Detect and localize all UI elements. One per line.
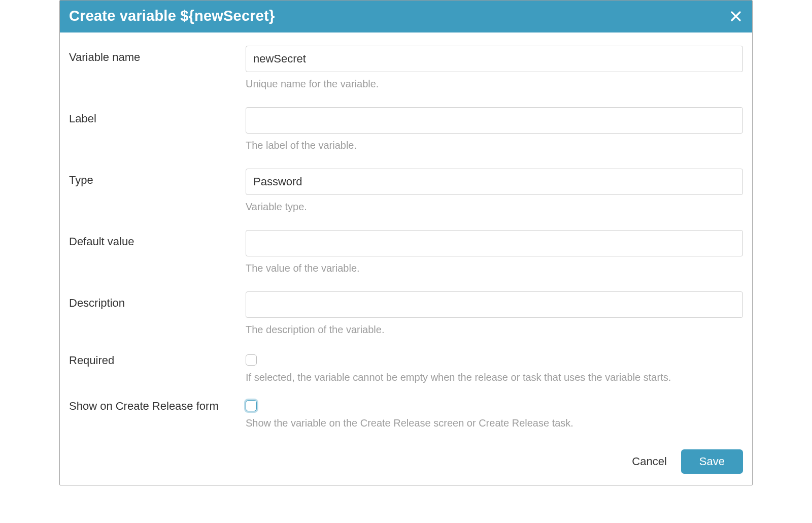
label-input[interactable]: [246, 107, 743, 134]
dialog-title: Create variable ${newSecret}: [69, 8, 275, 24]
default-value-help: The value of the variable.: [246, 263, 743, 274]
required-label: Required: [69, 354, 246, 367]
variable-name-help: Unique name for the variable.: [246, 78, 743, 90]
required-checkbox[interactable]: [246, 354, 257, 366]
show-on-create-release-checkbox[interactable]: [246, 400, 257, 411]
default-value-label: Default value: [69, 235, 246, 248]
row-show-on-create-release: Show on Create Release form Show the var…: [69, 399, 743, 429]
variable-name-input[interactable]: [246, 46, 743, 72]
label-help: The label of the variable.: [246, 140, 743, 151]
show-on-create-release-help: Show the variable on the Create Release …: [246, 417, 743, 429]
type-value: Password: [253, 175, 302, 188]
type-select[interactable]: Password: [246, 169, 743, 195]
row-required: Required If selected, the variable canno…: [69, 353, 743, 383]
required-help: If selected, the variable cannot be empt…: [246, 372, 743, 383]
description-input[interactable]: [246, 291, 743, 318]
label-field-label: Label: [69, 112, 246, 125]
dialog-footer: Cancel Save: [60, 440, 752, 485]
variable-name-label: Variable name: [69, 51, 246, 64]
row-default-value: Default value The value of the variable.: [69, 230, 743, 274]
close-icon[interactable]: [729, 9, 743, 23]
row-label: Label The label of the variable.: [69, 107, 743, 151]
type-label: Type: [69, 174, 246, 187]
description-help: The description of the variable.: [246, 324, 743, 336]
type-help: Variable type.: [246, 201, 743, 213]
row-type: Type Password Variable type.: [69, 169, 743, 213]
create-variable-dialog: Create variable ${newSecret} Variable na…: [59, 0, 753, 485]
cancel-button[interactable]: Cancel: [632, 455, 666, 468]
row-description: Description The description of the varia…: [69, 291, 743, 336]
dialog-header: Create variable ${newSecret}: [60, 1, 752, 32]
show-on-create-release-label: Show on Create Release form: [69, 400, 246, 413]
description-label: Description: [69, 297, 246, 310]
save-button[interactable]: Save: [681, 449, 743, 474]
row-variable-name: Variable name Unique name for the variab…: [69, 46, 743, 90]
form: Variable name Unique name for the variab…: [60, 32, 752, 440]
default-value-input[interactable]: [246, 230, 743, 256]
